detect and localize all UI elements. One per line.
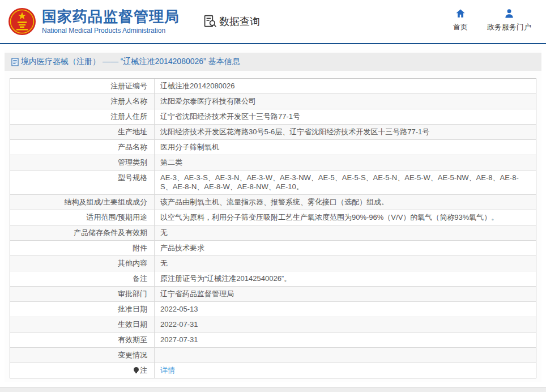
row-value: 第二类 [155,155,536,170]
org-name-en: National Medical Products Administration [42,27,180,35]
org-name-zh: 国家药品监督管理局 [42,8,180,25]
row-label: 产品名称 [10,140,155,155]
row-label: 结构及组成/主要组成成分 [10,195,155,210]
nav-data-query[interactable]: 数据查询 [203,15,260,28]
row-label: 审批部门 [10,287,155,301]
row-value: 2022-07-31 [155,317,536,332]
page-title-bar: 境内医疗器械（注册） —— “辽械注准20142080026” 基本信息 [5,53,541,71]
row-label: 管理类别 [10,155,155,170]
table-row: 注册证编号 辽械注准20142080026 [10,79,536,94]
table-row: 注册人名称 沈阳爱尔泰医疗科技有限公司 [10,94,536,109]
table-row: 备注 原注册证号为“辽械注准20142540026”。 [10,271,536,287]
row-value: 无 [155,256,536,271]
nav-home-label: 首页 [453,22,468,32]
top-nav: 首页 政务服务门户 [453,8,531,32]
details-link[interactable]: 详情 [160,366,175,374]
content-container: 境内医疗器械（注册） —— “辽械注准20142080026” 基本信息 注册证… [5,50,541,382]
table-row: 产品名称 医用分子筛制氧机 [10,140,536,155]
table-row: 注 详情 [10,363,536,378]
row-label: 注册人名称 [10,94,155,109]
site-header: 国家药品监督管理局 National Medical Products Admi… [0,0,546,44]
row-value: AE-3、AE-3-S、AE-3-N、AE-3-W、AE-3-NW、AE-5、A… [155,171,536,194]
row-value: 2027-07-31 [155,333,536,347]
table-row: 有效期至 2027-07-31 [10,333,536,348]
table-row: 结构及组成/主要组成成分 该产品由制氧主机、流量指示器、报警系统、雾化接口（选配… [10,195,536,210]
bulb-icon [134,367,139,372]
row-label: 批准日期 [10,302,155,317]
row-value: 无 [155,225,536,240]
row-value: 以空气为原料，利用分子筛变压吸附工艺生产氧浓度范围为90%-96%（V/V）的氧… [155,210,536,225]
nav-portal[interactable]: 政务服务门户 [487,8,531,32]
document-icon [11,58,19,66]
data-query-label: 数据查询 [219,15,260,28]
table-row: 适用范围/预期用途 以空气为原料，利用分子筛变压吸附工艺生产氧浓度范围为90%-… [10,210,536,225]
national-emblem-icon [8,7,36,36]
row-label: 注册证编号 [10,79,155,93]
row-label: 变更情况 [10,348,155,363]
row-label: 生产地址 [10,125,155,139]
row-label: 适用范围/预期用途 [10,210,155,225]
table-row: 产品储存条件及有效期 无 [10,225,536,241]
row-value: 2022-05-13 [155,302,536,317]
row-value: 该产品由制氧主机、流量指示器、报警系统、雾化接口（选配）组成。 [155,195,536,210]
row-label: 型号规格 [10,171,155,194]
row-label: 注 [10,363,155,378]
page-title: 境内医疗器械（注册） —— “辽械注准20142080026” 基本信息 [21,57,240,67]
row-label: 产品储存条件及有效期 [10,225,155,240]
info-table: 注册证编号 辽械注准20142080026 注册人名称 沈阳爱尔泰医疗科技有限公… [10,78,536,378]
table-row: 批准日期 2022-05-13 [10,302,536,317]
row-label: 备注 [10,271,155,286]
row-label: 有效期至 [10,333,155,347]
nav-home[interactable]: 首页 [453,8,468,32]
table-row: 生效日期 2022-07-31 [10,317,536,333]
row-label: 附件 [10,241,155,255]
table-row: 附件 产品技术要求 [10,241,536,256]
row-label: 生效日期 [10,317,155,332]
table-row: 管理类别 第二类 [10,155,536,171]
person-icon [504,8,515,19]
row-value: 辽宁省沈阳经济技术开发区十三号路77-1号 [155,109,536,124]
row-value: 辽械注准20142080026 [155,79,536,93]
row-value: 产品技术要求 [155,241,536,255]
table-row: 注册人住所 辽宁省沈阳经济技术开发区十三号路77-1号 [10,109,536,125]
table-row: 变更情况 [10,348,536,363]
row-value: 辽宁省药品监督管理局 [155,287,536,301]
table-row: 其他内容 无 [10,256,536,271]
doc-search-icon [203,15,217,28]
table-row: 审批部门 辽宁省药品监督管理局 [10,287,536,302]
home-icon [455,8,466,19]
site-logo[interactable]: 国家药品监督管理局 National Medical Products Admi… [8,7,180,36]
row-value: 沈阳经济技术开发区花海路30号5-6层、辽宁省沈阳经济技术开发区十三号路77-1… [155,125,536,139]
row-value: 详情 [155,363,536,378]
footer-strip [0,387,546,392]
row-label: 其他内容 [10,256,155,271]
row-value: 医用分子筛制氧机 [155,140,536,155]
table-row: 生产地址 沈阳经济技术开发区花海路30号5-6层、辽宁省沈阳经济技术开发区十三号… [10,125,536,140]
table-row: 型号规格 AE-3、AE-3-S、AE-3-N、AE-3-W、AE-3-NW、A… [10,171,536,195]
row-label: 注册人住所 [10,109,155,124]
row-value [155,348,536,363]
row-value: 沈阳爱尔泰医疗科技有限公司 [155,94,536,109]
nav-portal-label: 政务服务门户 [487,22,531,32]
row-value: 原注册证号为“辽械注准20142540026”。 [155,271,536,286]
